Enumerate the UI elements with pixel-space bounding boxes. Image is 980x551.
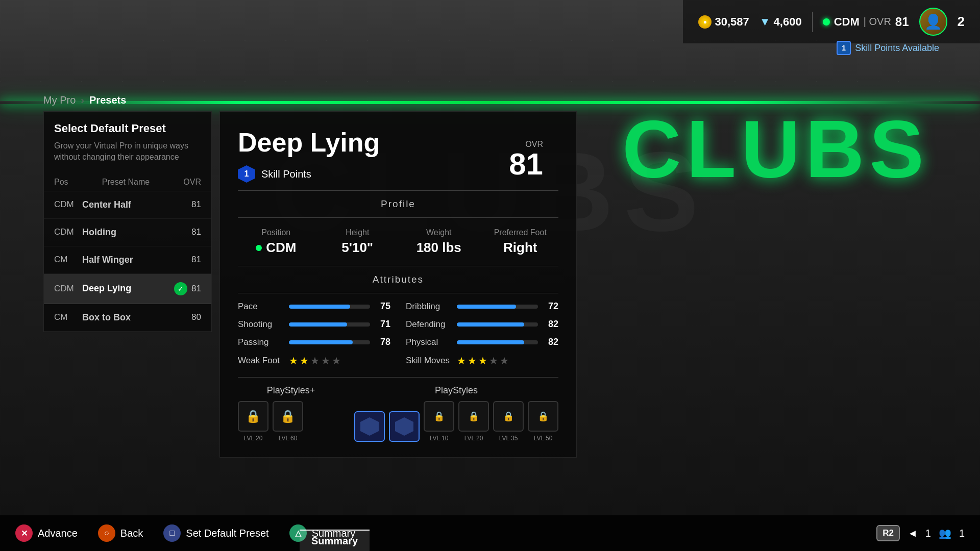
lock-icon-0: 🔒 [246, 409, 261, 423]
sm-star-4: ★ [489, 355, 498, 367]
weight-label: Weight [401, 228, 477, 237]
table-header: Pos Preset Name OVR [44, 173, 211, 191]
back-label: Back [120, 528, 143, 539]
nav-icon: ◄ [908, 528, 918, 539]
star-3: ★ [310, 355, 320, 367]
col-ovr: OVR [183, 178, 201, 187]
attr-passing-bar [289, 340, 370, 344]
skill-hex-icon: 1 [238, 165, 255, 183]
attr-dribbling: Dribbling 72 [406, 301, 558, 312]
ps-box-5: 🔒 [528, 401, 558, 432]
ps-box-4: 🔒 [493, 401, 524, 432]
ps-icon-2: 🔒 LVL 10 [424, 401, 454, 442]
star-4: ★ [321, 355, 330, 367]
preset-row-4[interactable]: CM Box to Box 80 [44, 304, 211, 332]
height-label: Height [320, 228, 396, 237]
attr-shooting: Shooting 71 [238, 319, 390, 330]
ps-shape-1 [395, 417, 413, 436]
preset-ovr-1: 81 [191, 227, 201, 237]
foot-label: Preferred Foot [482, 228, 559, 237]
breadcrumb-current: Presets [89, 94, 126, 106]
advance-label: Advance [38, 528, 78, 539]
ps-plus-icon-0: 🔒 LVL 20 [238, 401, 268, 442]
col-name: Preset Name [102, 178, 150, 187]
ps-box-1 [389, 411, 420, 442]
attr-pace-val: 75 [375, 301, 390, 312]
attr-defending-bar [457, 322, 538, 327]
ps-icon-1 [389, 411, 420, 442]
attr-defending-name: Defending [406, 319, 452, 330]
attr-shooting-val: 71 [375, 319, 390, 330]
star-1: ★ [289, 355, 298, 367]
preset-row-0[interactable]: CDM Center Half 81 [44, 191, 211, 219]
check-icon: ✓ [174, 282, 187, 295]
attr-defending-val: 82 [543, 319, 558, 330]
breadcrumb-parent[interactable]: My Pro [43, 94, 76, 106]
ps-plus-box-1: 🔒 [273, 401, 303, 432]
playstyles-section: PlayStyles+ 🔒 LVL 20 🔒 LVL 60 PlayStyl [238, 385, 558, 442]
back-button[interactable]: ○ Back [98, 524, 143, 542]
position-label-text: Position [238, 228, 314, 237]
left-panel: Select Default Preset Grow your Virtual … [43, 111, 212, 332]
attrs-left: Pace 75 Shooting 71 Passing 78 [238, 301, 390, 367]
attrs-right: Dribbling 72 Defending 82 Physical 82 [406, 301, 558, 367]
set-default-label: Set Default Preset [186, 528, 268, 539]
player-avatar: 👤 [919, 8, 947, 36]
o-button-icon: ○ [98, 524, 115, 542]
panel-title: Select Default Preset [44, 112, 211, 138]
preset-name-1: Holding [82, 227, 191, 238]
divider-3 [238, 293, 558, 293]
panel-subtitle: Grow your Virtual Pro in unique ways wit… [44, 138, 211, 173]
attr-dribbling-fill [457, 305, 516, 309]
playstyles-col: PlayStyles 🔒 LVL 10 [354, 385, 558, 442]
attrs-grid: Pace 75 Shooting 71 Passing 78 [238, 301, 558, 367]
ps-icon-0 [354, 411, 385, 442]
pos-dot [256, 245, 262, 251]
preset-row-2[interactable]: CM Half Winger 81 [44, 246, 211, 274]
attr-shooting-bar [289, 322, 370, 327]
ps-plus-box-0: 🔒 [238, 401, 268, 432]
foot-value: Right [482, 240, 559, 256]
profile-foot: Preferred Foot Right [482, 228, 559, 256]
position-label: CDM [834, 15, 860, 29]
set-default-button[interactable]: □ Set Default Preset [163, 524, 268, 542]
players-count: 1 [959, 528, 965, 539]
weak-foot-stars: ★ ★ ★ ★ ★ [289, 355, 341, 367]
sm-star-3: ★ [478, 355, 487, 367]
preset-ovr-4: 80 [191, 312, 201, 322]
divider-1 [238, 190, 558, 191]
preset-pos-3: CDM [54, 284, 82, 294]
playstyles-plus-label: PlayStyles+ [238, 385, 344, 396]
preset-row-1[interactable]: CDM Holding 81 [44, 219, 211, 246]
skill-moves-name: Skill Moves [406, 356, 452, 366]
preset-pos-2: CM [54, 255, 82, 265]
ps-lvl-5: LVL 50 [534, 435, 553, 442]
playstyles-label: PlayStyles [354, 385, 558, 396]
lock-icon-3: 🔒 [468, 411, 479, 422]
attr-pace: Pace 75 [238, 301, 390, 312]
x-button-icon: ✕ [15, 524, 33, 542]
ps-lvl-4: LVL 35 [499, 435, 518, 442]
bolt-icon: ▼ [760, 15, 771, 29]
attr-passing-name: Passing [238, 337, 284, 347]
summary-tab[interactable]: Summary [300, 530, 370, 551]
attr-dribbling-name: Dribbling [406, 302, 452, 312]
bolts-display: ▼ 4,600 [760, 15, 802, 29]
hud-divider [812, 12, 813, 32]
ovr-badge: CDM | OVR 81 [823, 15, 909, 29]
player-number: 2 [958, 14, 965, 30]
preset-row-3[interactable]: CDM Deep Lying ✓ 81 [44, 274, 211, 304]
ps-box-2: 🔒 [424, 401, 454, 432]
attr-passing-val: 78 [375, 337, 390, 347]
ps-plus-lvl-1: LVL 60 [279, 435, 298, 442]
breadcrumb-chevron: › [81, 94, 84, 106]
ps-box-0 [354, 411, 385, 442]
attr-dribbling-bar [457, 305, 538, 309]
skill-points-label: Skill Points Available [855, 43, 939, 54]
profile-section: Profile [238, 198, 558, 218]
advance-button[interactable]: ✕ Advance [15, 524, 78, 542]
playstyles-plus-icons: 🔒 LVL 20 🔒 LVL 60 [238, 401, 344, 442]
bottom-bar: ✕ Advance ○ Back □ Set Default Preset △ … [0, 515, 980, 551]
attr-dribbling-val: 72 [543, 301, 558, 312]
ovr-label: | OVR [864, 16, 891, 28]
